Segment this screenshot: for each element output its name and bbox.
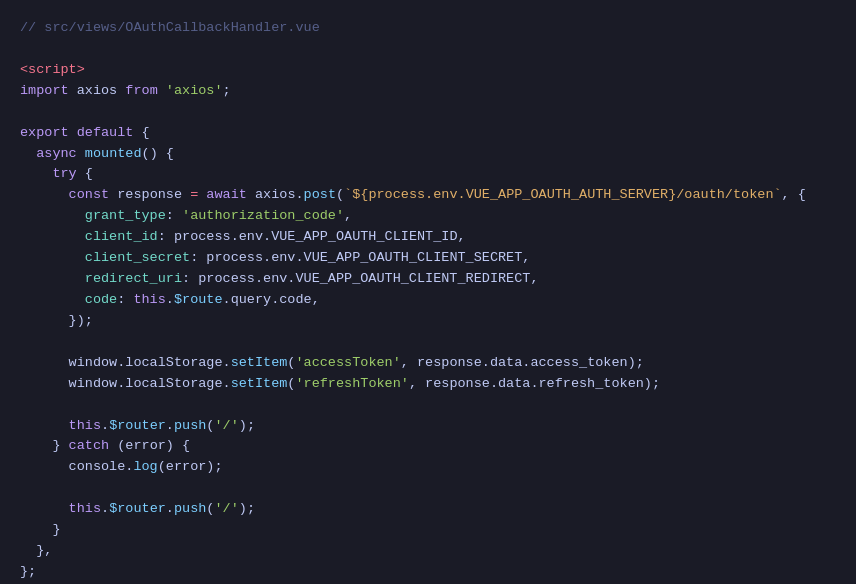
code-line-3: <script> — [20, 60, 836, 81]
code-line-14: code: this.$route.query.code, — [20, 290, 836, 311]
code-line-23 — [20, 478, 836, 499]
code-line-27: }; — [20, 562, 836, 583]
code-line-17: window.localStorage.setItem('accessToken… — [20, 353, 836, 374]
code-line-18: window.localStorage.setItem('refreshToke… — [20, 374, 836, 395]
code-viewer: // src/views/OAuthCallbackHandler.vue <s… — [0, 0, 856, 584]
code-line-5 — [20, 102, 836, 123]
code-line-13: redirect_uri: process.env.VUE_APP_OAUTH_… — [20, 269, 836, 290]
code-line-26: }, — [20, 541, 836, 562]
code-line-2 — [20, 39, 836, 60]
code-line-4: import axios from 'axios'; — [20, 81, 836, 102]
code-line-15: }); — [20, 311, 836, 332]
code-line-24: this.$router.push('/'); — [20, 499, 836, 520]
code-line-9: const response = await axios.post(`${pro… — [20, 185, 836, 206]
code-line-21: } catch (error) { — [20, 436, 836, 457]
code-line-11: client_id: process.env.VUE_APP_OAUTH_CLI… — [20, 227, 836, 248]
code-line-10: grant_type: 'authorization_code', — [20, 206, 836, 227]
code-line-6: export default { — [20, 123, 836, 144]
code-line-1: // src/views/OAuthCallbackHandler.vue — [20, 18, 836, 39]
code-line-8: try { — [20, 164, 836, 185]
code-line-12: client_secret: process.env.VUE_APP_OAUTH… — [20, 248, 836, 269]
code-line-19 — [20, 395, 836, 416]
code-line-25: } — [20, 520, 836, 541]
code-line-16 — [20, 332, 836, 353]
code-line-7: async mounted() { — [20, 144, 836, 165]
code-line-22: console.log(error); — [20, 457, 836, 478]
code-line-20: this.$router.push('/'); — [20, 416, 836, 437]
